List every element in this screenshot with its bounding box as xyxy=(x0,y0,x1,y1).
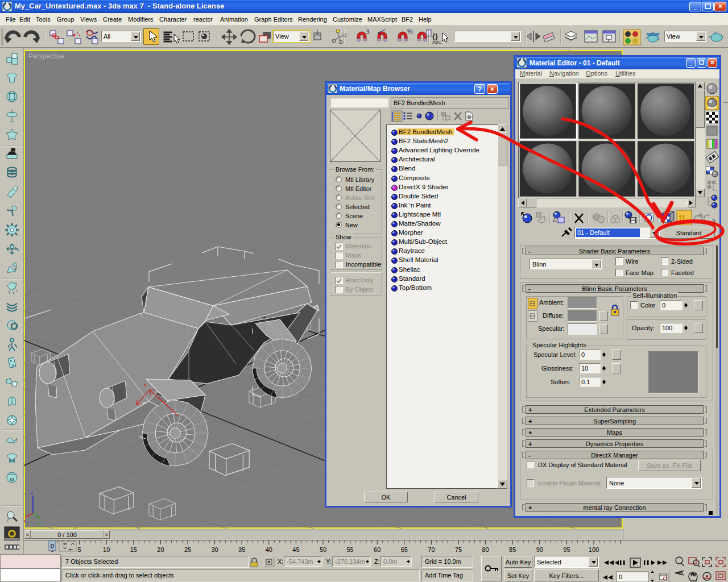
svg-text:40: 40 xyxy=(266,546,272,553)
svg-text:85: 85 xyxy=(509,546,516,553)
svg-text:35: 35 xyxy=(238,546,245,553)
svg-text:10: 10 xyxy=(103,546,110,553)
svg-text:0: 0 xyxy=(51,543,54,550)
svg-text:ABC: ABC xyxy=(432,40,442,45)
svg-text:15: 15 xyxy=(130,546,137,553)
svg-text:x: x xyxy=(24,518,26,523)
svg-text:55: 55 xyxy=(346,546,353,553)
svg-text:20: 20 xyxy=(157,546,164,553)
svg-text:x: x xyxy=(144,382,147,388)
svg-text:0: 0 xyxy=(619,573,622,580)
svg-text:100: 100 xyxy=(589,546,599,553)
svg-text:M: M xyxy=(10,458,14,463)
svg-text:75: 75 xyxy=(455,546,462,553)
svg-text:60: 60 xyxy=(374,546,380,553)
svg-text:z: z xyxy=(31,490,33,495)
svg-text:M: M xyxy=(10,477,14,483)
svg-text:45: 45 xyxy=(292,546,299,553)
svg-text:95: 95 xyxy=(563,546,570,553)
svg-text:z: z xyxy=(186,310,189,316)
svg-text:30: 30 xyxy=(211,546,218,553)
svg-text:{}: {} xyxy=(432,32,438,40)
svg-text:y: y xyxy=(39,520,41,525)
svg-text:%: % xyxy=(407,28,413,35)
svg-text:80: 80 xyxy=(482,546,489,553)
svg-text:65: 65 xyxy=(401,546,408,553)
svg-text:70: 70 xyxy=(428,546,435,553)
svg-text:50: 50 xyxy=(320,546,326,553)
svg-text:90: 90 xyxy=(536,546,543,553)
svg-text:5: 5 xyxy=(78,546,81,553)
svg-text:3: 3 xyxy=(366,29,370,35)
svg-text:25: 25 xyxy=(184,546,191,553)
